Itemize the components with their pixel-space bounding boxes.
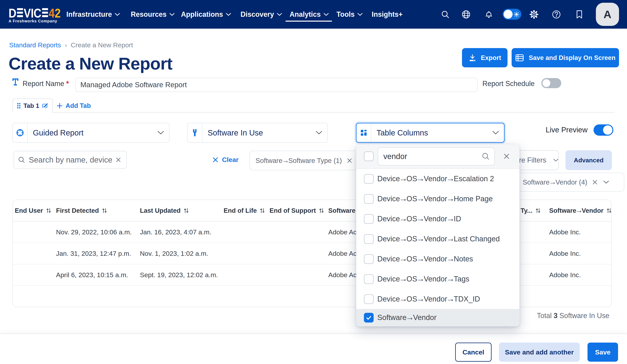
- save-and-add-another-label: Save and add another: [505, 348, 574, 356]
- nav-item-discovery[interactable]: Discovery: [241, 0, 282, 29]
- dropdown-item[interactable]: Device→OS→Vendor→Home Page: [356, 189, 519, 209]
- nav-item-tools[interactable]: Tools: [336, 0, 363, 29]
- sort-icon[interactable]: [260, 208, 265, 213]
- breadcrumb-link-standard-reports[interactable]: Standard Reports: [9, 41, 61, 49]
- data-source-select[interactable]: Software In Use: [187, 123, 328, 143]
- cell-software-vendor: Adobe Inc.: [549, 250, 611, 257]
- breadcrumb: Standard Reports › Create a New Report: [9, 41, 133, 49]
- chevron-down-icon: [603, 180, 609, 184]
- chevron-down-icon: [492, 131, 499, 135]
- sort-icon[interactable]: [535, 208, 541, 213]
- column-search-input[interactable]: vendor: [378, 147, 495, 165]
- column-header-end-of-life[interactable]: End of Life: [224, 207, 269, 214]
- nav-item-analytics[interactable]: Analytics: [290, 0, 329, 29]
- column-header-last-updated[interactable]: Last Updated: [140, 207, 224, 214]
- dropdown-item-selected[interactable]: Software→Vendor: [356, 309, 519, 326]
- advanced-label: Advanced: [574, 157, 604, 164]
- sort-icon[interactable]: [607, 208, 612, 213]
- device42-logo[interactable]: DVIC42 A Freshworks Company: [8, 7, 68, 23]
- close-dropdown-icon[interactable]: [503, 153, 511, 160]
- dropdown-item[interactable]: Device→OS→Vendor→ID: [356, 209, 519, 229]
- dropdown-item[interactable]: Device→OS→Vendor→TDX_ID: [356, 289, 519, 309]
- column-header-first-detected[interactable]: First Detected: [56, 207, 140, 214]
- cell-last-updated: Nov. 1, 2023, 1:02 a.m.: [140, 250, 224, 257]
- drag-handle-icon: [17, 103, 20, 109]
- save-and-display-button[interactable]: Save and Display On Screen: [512, 48, 619, 67]
- sort-icon[interactable]: [184, 208, 189, 213]
- chevron-down-icon: [553, 158, 558, 162]
- edit-tab-icon[interactable]: [42, 103, 48, 109]
- text-field-icon: [12, 78, 19, 86]
- export-button[interactable]: Export: [462, 48, 508, 67]
- globe-icon[interactable]: [462, 0, 470, 29]
- chip-label: Software→Vendor (4): [523, 178, 587, 186]
- search-placeholder: Search by name, device: [29, 156, 115, 164]
- remove-chip-icon[interactable]: [346, 157, 353, 164]
- tab-1[interactable]: Tab 1: [12, 99, 53, 112]
- clear-search-icon[interactable]: [115, 156, 122, 163]
- item-checkbox[interactable]: [364, 294, 374, 304]
- bell-icon[interactable]: [484, 0, 493, 29]
- dropdown-item[interactable]: Device→OS→Vendor→Last Changed: [356, 229, 519, 249]
- search-icon[interactable]: [441, 0, 450, 29]
- chevron-down-icon: [277, 13, 282, 16]
- save-and-add-another-button[interactable]: Save and add another: [499, 343, 580, 362]
- item-checkbox-checked[interactable]: [364, 313, 374, 322]
- filter-chip-software-type[interactable]: Software→Software Type (1): [250, 151, 374, 170]
- nav-item-infrastructure[interactable]: Infrastructure: [66, 0, 120, 29]
- save-button[interactable]: Save: [587, 343, 618, 362]
- report-type-select[interactable]: Guided Report: [12, 123, 169, 143]
- nav-item-applications[interactable]: Applications: [181, 0, 231, 29]
- nav-item-insights[interactable]: Insights+: [372, 0, 403, 29]
- sort-icon[interactable]: [319, 208, 324, 213]
- sort-icon[interactable]: [102, 208, 107, 213]
- add-tab-label: Add Tab: [66, 102, 91, 109]
- avatar[interactable]: A: [596, 3, 619, 26]
- remove-chip-icon[interactable]: [592, 179, 598, 186]
- nav-item-resources[interactable]: Resources: [131, 0, 175, 29]
- table-row[interactable]: Nov. 29, 2022, 10:06 a.m. Jan. 16, 2023,…: [13, 221, 611, 243]
- help-icon[interactable]: [552, 0, 561, 29]
- column-header-end-user[interactable]: End User: [13, 207, 56, 214]
- nav-item-label: Resources: [131, 10, 166, 18]
- item-checkbox[interactable]: [364, 194, 374, 204]
- table-search-input[interactable]: Search by name, device: [14, 151, 127, 169]
- add-tab-button[interactable]: Add Tab: [57, 102, 91, 109]
- item-label: Device→OS→Vendor→TDX_ID: [377, 295, 480, 303]
- item-checkbox[interactable]: [364, 174, 374, 184]
- dropdown-item[interactable]: Device→OS→Vendor→Tags: [356, 269, 519, 289]
- total-prefix-text: Total: [537, 312, 552, 320]
- select-all-checkbox[interactable]: [364, 152, 374, 161]
- results-table: End User First Detected Last Updated End…: [12, 200, 612, 307]
- report-schedule-toggle[interactable]: [541, 78, 561, 88]
- bookmark-icon[interactable]: [575, 0, 583, 29]
- item-checkbox[interactable]: [364, 254, 374, 264]
- column-header-software-vendor[interactable]: Software→Vendor: [549, 207, 611, 214]
- item-checkbox[interactable]: [364, 274, 374, 284]
- cancel-button[interactable]: Cancel: [455, 343, 492, 362]
- download-icon: [469, 54, 476, 62]
- theme-toggle[interactable]: [503, 9, 521, 20]
- dropdown-item[interactable]: Device→OS→Vendor→Escalation 2: [356, 169, 519, 189]
- filter-chip-software-vendor[interactable]: Software→Vendor (4): [516, 173, 624, 192]
- table-row[interactable]: Jan. 31, 2023, 12:47 p.m. Nov. 1, 2023, …: [13, 243, 611, 264]
- clear-filters-button[interactable]: Clear: [212, 156, 239, 163]
- table-headers-3-text: End of Life: [224, 207, 257, 214]
- column-header-end-of-support[interactable]: End of Support: [269, 207, 328, 214]
- dropdown-search-row: vendor: [356, 144, 519, 169]
- table-columns-select[interactable]: Table Columns: [356, 123, 505, 143]
- item-checkbox[interactable]: [364, 234, 374, 244]
- table-row[interactable]: April 6, 2023, 10:15 a.m. Sept. 19, 2023…: [13, 264, 611, 286]
- sort-icon[interactable]: [46, 208, 51, 213]
- table-headers-2-text: Last Updated: [140, 207, 181, 214]
- table-headers-0-text: End User: [15, 207, 43, 214]
- dropdown-item[interactable]: Device→OS→Vendor→Notes: [356, 249, 519, 269]
- item-checkbox[interactable]: [364, 214, 374, 224]
- advanced-button[interactable]: Advanced: [566, 150, 612, 170]
- column-header-type[interactable]: Ty...: [521, 207, 549, 214]
- live-preview-toggle[interactable]: [593, 124, 613, 136]
- report-name-input[interactable]: [75, 78, 477, 92]
- device42-logo-word: DVIC42: [8, 7, 61, 19]
- column-search-value: vendor: [383, 152, 482, 161]
- gear-icon[interactable]: [529, 0, 538, 29]
